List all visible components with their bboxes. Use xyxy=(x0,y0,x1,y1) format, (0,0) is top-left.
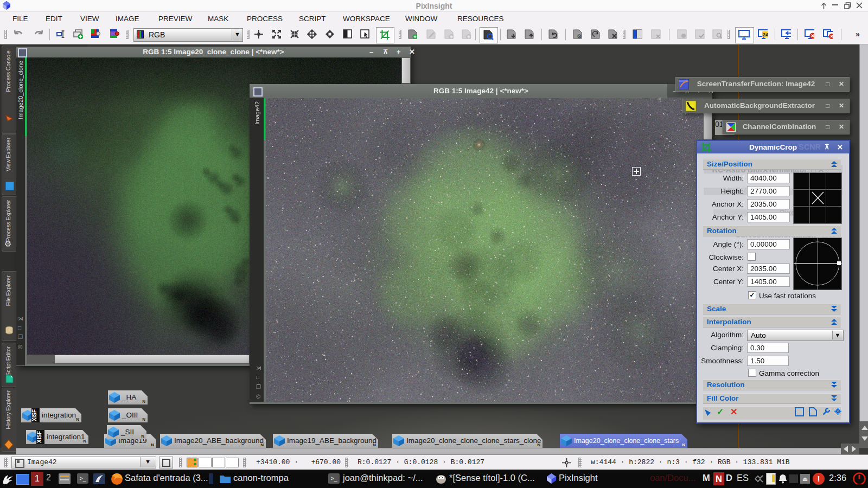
svg-text:24: 24 xyxy=(763,32,768,37)
svg-text:⚙: ⚙ xyxy=(577,33,582,39)
